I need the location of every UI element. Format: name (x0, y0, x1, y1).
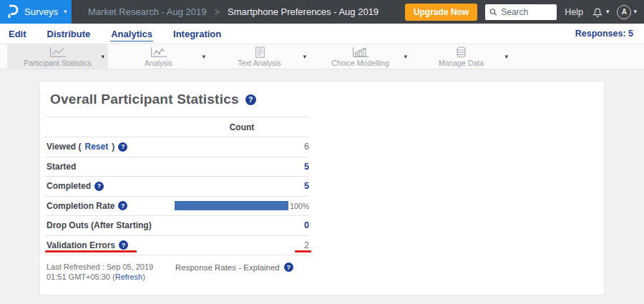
app: { "glyphs": { "caret": "▾", "breadcrumb_… (0, 0, 644, 304)
statistics-table: Count Viewed ( Reset ) ? 6 Started 5 (45, 117, 309, 255)
breadcrumb-parent[interactable]: Market Research - Aug 2019 (88, 6, 206, 17)
breadcrumb-separator-icon: > (214, 6, 220, 17)
annotation-underline-value (295, 250, 311, 252)
help-link[interactable]: Help (565, 7, 583, 17)
tab-text-analysis[interactable]: Text Analysis ▾ (209, 44, 310, 69)
bar-chart-icon (351, 46, 370, 58)
tab-analysis[interactable]: Analysis ▾ (108, 44, 209, 69)
refresh-link[interactable]: Refresh (115, 273, 143, 281)
annotation-underline-label (45, 250, 137, 252)
row-label: Started (47, 162, 76, 172)
database-icon (455, 46, 467, 58)
row-label: Completed (47, 181, 91, 191)
tab-label: Participant Statistics (24, 59, 92, 67)
completion-rate-bar-fill (175, 201, 288, 210)
tab-manage-data[interactable]: Manage Data ▾ (411, 44, 512, 69)
participant-statistics-card: Overall Participant Statistics ? Count V… (39, 81, 605, 295)
survey-nav: Edit Distribute Analytics Integration Re… (0, 24, 644, 44)
page-title: Overall Participant Statistics (50, 92, 239, 107)
chevron-down-icon: ▾ (633, 9, 637, 15)
tab-participant-statistics[interactable]: Participant Statistics ▾ (7, 44, 108, 69)
response-rates-label: Response Rates - Explained (175, 263, 280, 272)
search-input[interactable] (501, 7, 552, 17)
row-value: 100% (290, 202, 309, 210)
help-icon[interactable]: ? (118, 142, 127, 152)
document-icon (253, 46, 266, 58)
row-label: Completion Rate (47, 201, 114, 211)
row-value: 5 (290, 181, 309, 191)
chevron-down-icon[interactable]: ▾ (202, 54, 205, 60)
table-row-validation-errors: Validation Errors ? 2 (45, 236, 309, 256)
row-value: 2 (290, 240, 309, 250)
help-icon[interactable]: ? (284, 263, 293, 272)
product-switcher[interactable]: Surveys ▾ (0, 0, 72, 24)
table-row-completion-rate: Completion Rate ? 100% (45, 197, 309, 217)
help-icon[interactable]: ? (119, 240, 128, 250)
count-column-header: Count (175, 122, 309, 132)
row-value: 0 (290, 220, 309, 230)
tab-choice-modelling[interactable]: Choice Modelling ▾ (310, 44, 411, 69)
card-footer: Last Refreshed : Sep 05, 2019 01:51 GMT+… (45, 262, 590, 282)
row-label-suffix: ) (112, 142, 114, 152)
breadcrumb-current: Smartphone Preferences - Aug 2019 (228, 6, 379, 17)
line-chart-icon (49, 46, 67, 58)
nav-item-edit[interactable]: Edit (8, 26, 27, 41)
nav-item-distribute[interactable]: Distribute (47, 26, 92, 41)
chevron-down-icon: ▾ (606, 9, 610, 15)
table-row-completed: Completed ? 5 (45, 177, 309, 197)
nav-item-analytics[interactable]: Analytics (110, 26, 153, 41)
response-rates-explained: Response Rates - Explained ? (175, 262, 293, 273)
bell-icon (591, 5, 604, 19)
row-value: 6 (290, 142, 309, 152)
chevron-down-icon[interactable]: ▾ (101, 54, 104, 60)
search-box[interactable] (485, 4, 557, 20)
reset-link[interactable]: Reset (84, 142, 108, 152)
analytics-toolbar: Participant Statistics ▾ Analysis ▾ Text… (0, 44, 644, 69)
last-refreshed-text: Last Refreshed : Sep 05, 2019 01:51 GMT+… (47, 262, 170, 282)
row-value: 5 (290, 162, 309, 172)
table-row-started: Started 5 (45, 157, 309, 177)
nav-item-integration[interactable]: Integration (172, 26, 222, 41)
tab-label: Manage Data (439, 59, 484, 67)
analysis-chart-icon (150, 46, 168, 58)
row-label: Validation Errors (47, 240, 115, 250)
tab-label: Choice Modelling (331, 59, 389, 67)
tab-label: Analysis (145, 59, 172, 67)
search-icon (489, 8, 497, 16)
table-row-drop-outs: Drop Outs (After Starting) 0 (45, 216, 309, 236)
questionpro-logo (6, 4, 19, 20)
page: Overall Participant Statistics ? Count V… (0, 69, 644, 304)
help-icon[interactable]: ? (245, 94, 256, 105)
completion-rate-bar (175, 201, 288, 210)
breadcrumb: Market Research - Aug 2019 > Smartphone … (88, 6, 379, 17)
help-icon[interactable]: ? (118, 201, 127, 210)
topbar: Surveys ▾ Market Research - Aug 2019 > S… (0, 0, 644, 24)
responses-count[interactable]: Responses: 5 (575, 29, 633, 39)
chevron-down-icon: ▾ (64, 9, 67, 15)
last-refreshed-suffix: ) (142, 273, 145, 281)
notifications-button[interactable]: ▾ (591, 5, 610, 19)
tab-label: Text Analysis (238, 59, 281, 67)
chevron-down-icon[interactable]: ▾ (303, 54, 306, 60)
row-label: Viewed ( (47, 142, 81, 152)
chevron-down-icon[interactable]: ▾ (404, 54, 407, 60)
account-menu[interactable]: A ▾ (617, 5, 637, 19)
product-menu-label: Surveys (24, 6, 58, 17)
avatar: A (617, 5, 631, 19)
chevron-down-icon[interactable]: ▾ (504, 54, 508, 60)
row-label: Drop Outs (After Starting) (47, 220, 152, 230)
table-header-row: Count (45, 117, 309, 137)
topbar-actions: Upgrade Now Help ▾ A ▾ (405, 4, 644, 21)
help-icon[interactable]: ? (94, 182, 104, 191)
upgrade-now-button[interactable]: Upgrade Now (405, 4, 477, 21)
table-row-viewed: Viewed ( Reset ) ? 6 (45, 137, 309, 157)
